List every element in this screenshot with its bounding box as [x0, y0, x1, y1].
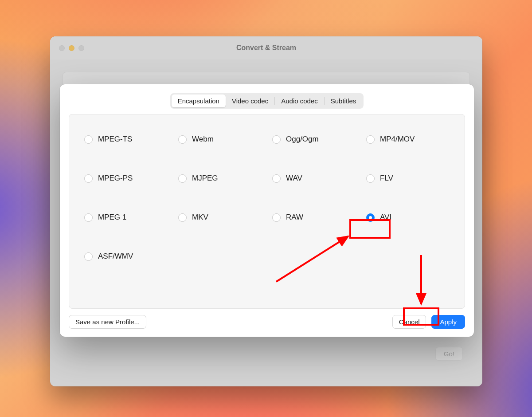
- radio-mjpeg[interactable]: MJPEG: [178, 174, 268, 183]
- tab-subtitles[interactable]: Subtitles: [325, 94, 363, 107]
- radio-icon: [84, 174, 93, 183]
- radio-icon: [272, 174, 281, 183]
- radio-icon: [178, 213, 187, 222]
- radio-mpeg1[interactable]: MPEG 1: [84, 213, 174, 222]
- radio-icon: [366, 135, 375, 144]
- radio-icon: [178, 174, 187, 183]
- radio-avi[interactable]: AVI: [366, 213, 456, 222]
- apply-button[interactable]: Apply: [431, 315, 465, 329]
- tab-encapsulation-label: Encapsulation: [178, 97, 219, 105]
- radio-icon: [84, 213, 93, 222]
- radio-webm[interactable]: Webm: [178, 135, 268, 144]
- radio-label: RAW: [286, 213, 303, 222]
- radio-label: Ogg/Ogm: [286, 135, 319, 144]
- profile-edit-sheet: Encapsulation Video codec Audio codec Su…: [60, 84, 474, 337]
- radio-icon: [84, 135, 93, 144]
- cancel-button[interactable]: Cancel: [392, 315, 426, 329]
- radio-label: MJPEG: [192, 174, 218, 183]
- radio-icon: [84, 252, 93, 261]
- radio-mkv[interactable]: MKV: [178, 213, 268, 222]
- radio-label: MPEG-PS: [98, 174, 133, 183]
- tab-video-codec-label: Video codec: [232, 97, 268, 105]
- tab-subtitles-label: Subtitles: [331, 97, 356, 105]
- sheet-footer: Save as new Profile... Cancel Apply: [69, 315, 465, 329]
- radio-mpegps[interactable]: MPEG-PS: [84, 174, 174, 183]
- radio-flv[interactable]: FLV: [366, 174, 456, 183]
- radio-icon: [366, 174, 375, 183]
- radio-label: MKV: [192, 213, 208, 222]
- radio-asfwmv[interactable]: ASF/WMV: [84, 252, 174, 261]
- tab-video-codec[interactable]: Video codec: [226, 94, 274, 107]
- radio-mpegts[interactable]: MPEG-TS: [84, 135, 174, 144]
- radio-icon: [272, 213, 281, 222]
- radio-label: ASF/WMV: [98, 252, 133, 261]
- radio-label: AVI: [380, 213, 391, 222]
- codec-tabs: Encapsulation Video codec Audio codec Su…: [170, 93, 364, 109]
- radio-label: MPEG-TS: [98, 135, 132, 144]
- radio-label: Webm: [192, 135, 214, 144]
- radio-label: MPEG 1: [98, 213, 126, 222]
- encapsulation-pane: MPEG-TS Webm Ogg/Ogm MP4/MOV MPEG-PS MJP…: [69, 114, 465, 309]
- save-profile-button[interactable]: Save as new Profile...: [69, 315, 146, 329]
- tab-encapsulation[interactable]: Encapsulation: [172, 94, 226, 107]
- radio-icon: [178, 135, 187, 144]
- tab-audio-codec[interactable]: Audio codec: [275, 94, 324, 107]
- radio-label: WAV: [286, 174, 302, 183]
- radio-label: MP4/MOV: [380, 135, 415, 144]
- radio-icon: [366, 213, 375, 222]
- tab-audio-codec-label: Audio codec: [281, 97, 318, 105]
- radio-label: FLV: [380, 174, 393, 183]
- radio-raw[interactable]: RAW: [272, 213, 362, 222]
- radio-icon: [272, 135, 281, 144]
- radio-oggogm[interactable]: Ogg/Ogm: [272, 135, 362, 144]
- radio-mp4mov[interactable]: MP4/MOV: [366, 135, 456, 144]
- radio-wav[interactable]: WAV: [272, 174, 362, 183]
